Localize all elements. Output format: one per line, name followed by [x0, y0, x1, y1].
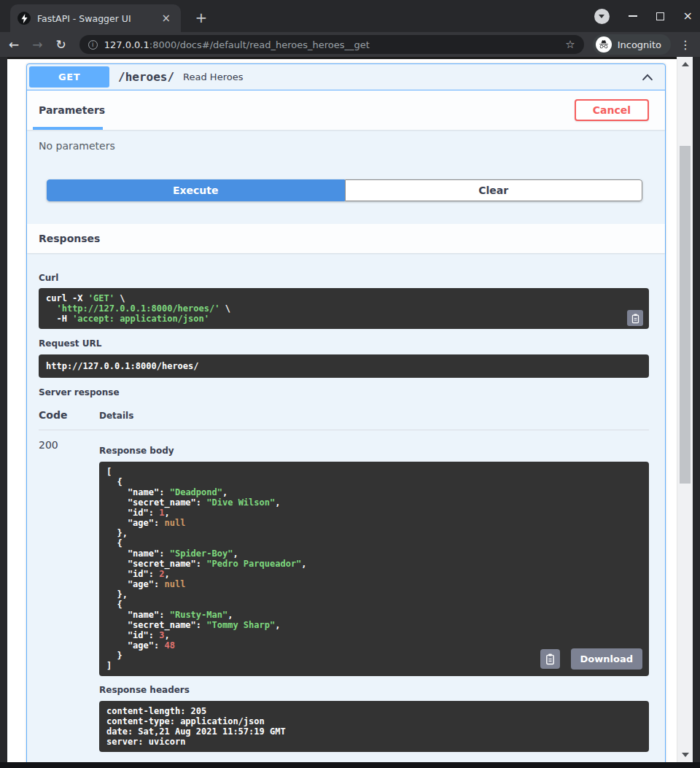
- download-button[interactable]: Download: [571, 648, 642, 670]
- response-body-label: Response body: [99, 446, 649, 456]
- curl-label: Curl: [39, 273, 649, 283]
- code-column-header: Code: [39, 409, 99, 421]
- window-bottom-edge: [0, 762, 700, 768]
- browser-menu-button[interactable]: ⋮: [680, 38, 691, 52]
- copy-curl-button[interactable]: [627, 310, 643, 326]
- curl-block: curl -X 'GET' \ 'http://127.0.0.1:8000/h…: [39, 288, 649, 329]
- parameters-title: Parameters: [39, 104, 105, 116]
- responses-header: Responses: [27, 224, 665, 253]
- response-headers: content-length: 205 content-type: applic…: [106, 706, 642, 747]
- parameters-header: Parameters Cancel: [27, 90, 665, 130]
- active-tab-underline: [33, 127, 103, 130]
- server-response-label: Server response: [39, 387, 649, 397]
- incognito-badge: Incognito: [593, 34, 671, 55]
- clear-button[interactable]: Clear: [345, 179, 643, 201]
- window-controls: ×: [594, 0, 693, 32]
- incognito-icon: [596, 36, 612, 53]
- forward-button[interactable]: →: [32, 39, 42, 51]
- bookmark-star-icon[interactable]: ☆: [565, 38, 575, 51]
- fastapi-favicon-icon: [18, 12, 31, 25]
- response-table-header: Code Details: [39, 409, 649, 430]
- execute-button[interactable]: Execute: [47, 179, 345, 201]
- server-response-table: Code Details 200 Response body [ { "name…: [39, 409, 649, 752]
- address-bar[interactable]: i 127.0.0.1:8000/docs#/default/read_hero…: [79, 35, 584, 54]
- curl-command: curl -X 'GET' \ 'http://127.0.0.1:8000/h…: [46, 293, 642, 324]
- copy-response-button[interactable]: [540, 649, 560, 669]
- http-method-badge: GET: [29, 66, 109, 88]
- browser-tab[interactable]: FastAPI - Swagger UI ×: [10, 4, 181, 32]
- no-parameters-text: No parameters: [27, 130, 665, 152]
- response-body-json: [ { "name": "Deadpond", "secret_name": "…: [106, 467, 642, 671]
- minimize-button[interactable]: [629, 15, 637, 17]
- responses-title: Responses: [39, 233, 100, 244]
- request-url-value: http://127.0.0.1:8000/heroes/: [46, 361, 642, 371]
- page-info-icon[interactable]: i: [88, 40, 98, 50]
- response-body-block: [ { "name": "Deadpond", "secret_name": "…: [99, 462, 649, 676]
- browser-titlebar: FastAPI - Swagger UI × + ×: [0, 0, 700, 32]
- incognito-label: Incognito: [618, 39, 661, 50]
- endpoint-summary[interactable]: GET /heroes/ Read Heroes: [27, 64, 665, 90]
- reload-button[interactable]: ↻: [56, 39, 66, 51]
- browser-viewport: GET /heroes/ Read Heroes Parameters Canc…: [7, 57, 693, 762]
- back-button[interactable]: ←: [9, 39, 19, 51]
- tab-close-icon[interactable]: ×: [158, 12, 174, 25]
- window-close-button[interactable]: ×: [683, 10, 693, 22]
- execute-button-group: Execute Clear: [47, 179, 642, 201]
- scroll-down-arrow[interactable]: [682, 753, 689, 757]
- minimize-icon: [629, 15, 637, 17]
- url-text: 127.0.0.1:8000/docs#/default/read_heroes…: [104, 39, 559, 50]
- page-scrollbar[interactable]: [677, 57, 693, 762]
- response-row-200: 200 Response body [ { "name": "Deadpond"…: [39, 439, 649, 752]
- response-headers-label: Response headers: [99, 685, 649, 695]
- url-host: 127.0.0.1: [104, 39, 149, 50]
- browser-toolbar: ← → ↻ i 127.0.0.1:8000/docs#/default/rea…: [0, 32, 700, 57]
- scroll-up-arrow[interactable]: [682, 62, 689, 66]
- request-url-label: Request URL: [39, 338, 649, 349]
- responses-area: Curl curl -X 'GET' \ 'http://127.0.0.1:8…: [27, 273, 665, 762]
- response-body-actions: Download: [540, 648, 642, 670]
- new-tab-button[interactable]: +: [191, 7, 211, 28]
- endpoint-path: /heroes/: [118, 70, 174, 84]
- tab-title: FastAPI - Swagger UI: [37, 13, 158, 24]
- maximize-icon: [656, 12, 664, 20]
- scrollbar-thumb[interactable]: [680, 146, 691, 484]
- status-code: 200: [39, 439, 99, 752]
- tab-search-button[interactable]: [594, 9, 610, 24]
- cancel-button[interactable]: Cancel: [575, 99, 649, 121]
- details-column-header: Details: [99, 411, 133, 421]
- caret-down-icon: [599, 15, 604, 18]
- collapse-chevron-icon[interactable]: [641, 71, 654, 84]
- swagger-page: GET /heroes/ Read Heroes Parameters Canc…: [7, 57, 677, 762]
- endpoint-description: Read Heroes: [183, 71, 243, 82]
- response-headers-block: content-length: 205 content-type: applic…: [99, 701, 649, 752]
- opblock-get-heroes: GET /heroes/ Read Heroes Parameters Canc…: [26, 63, 666, 762]
- request-url-block: http://127.0.0.1:8000/heroes/: [39, 354, 649, 378]
- url-path: :8000/docs#/default/read_heroes_heroes__…: [149, 39, 370, 50]
- maximize-button[interactable]: [656, 12, 664, 20]
